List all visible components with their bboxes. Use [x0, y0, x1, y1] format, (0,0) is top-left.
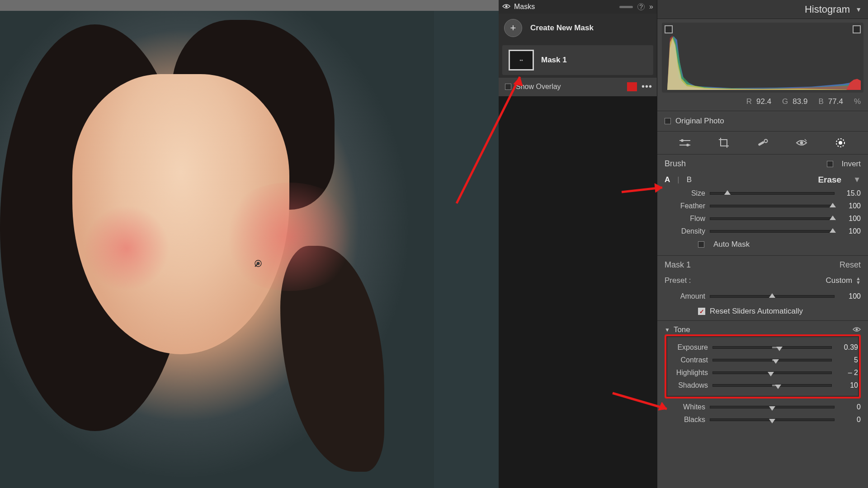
- mask-more-menu-icon[interactable]: •••: [642, 81, 652, 92]
- brush-disclosure-icon[interactable]: ▼: [853, 175, 861, 184]
- histogram-title: Histogram: [805, 4, 850, 15]
- blacks-slider[interactable]: [710, 418, 835, 421]
- g-label: G: [782, 97, 788, 106]
- masks-panel: Masks ? » + Create New Mask •• Mask 1 Sh…: [499, 0, 657, 96]
- preset-value: Custom: [826, 276, 853, 285]
- size-slider[interactable]: [710, 192, 835, 195]
- amount-label: Amount: [665, 292, 705, 300]
- shadows-slider[interactable]: [712, 384, 832, 387]
- help-icon[interactable]: ?: [637, 3, 645, 10]
- svg-marker-4: [667, 36, 861, 90]
- mask-pin-icon[interactable]: [253, 258, 263, 270]
- density-slider[interactable]: [710, 230, 835, 233]
- image-viewport[interactable]: [0, 0, 499, 488]
- histogram-chart[interactable]: [662, 23, 863, 93]
- amount-slider[interactable]: [710, 295, 835, 298]
- tone-section: ▼ Tone Exposure 0.39 Contrast 5 Highligh…: [657, 321, 868, 433]
- masks-panel-title: Masks: [514, 3, 615, 11]
- svg-point-2: [257, 262, 260, 265]
- tone-highlight-box: Exposure 0.39 Contrast 5 Highlights – 2 …: [665, 334, 861, 399]
- preset-label: Preset :: [665, 276, 691, 285]
- mask1-title: Mask 1: [665, 260, 691, 270]
- automask-label: Auto Mask: [713, 240, 750, 249]
- invert-label: Invert: [841, 160, 861, 169]
- reset-auto-label: Reset Sliders Automatically: [710, 307, 803, 316]
- tone-visibility-icon[interactable]: [853, 325, 861, 334]
- shadows-value[interactable]: 10: [836, 381, 858, 389]
- density-value[interactable]: 100: [839, 227, 861, 235]
- flow-slider[interactable]: [710, 217, 835, 220]
- create-new-mask-label: Create New Mask: [530, 23, 594, 33]
- whites-slider[interactable]: [710, 406, 835, 408]
- brush-b-tab[interactable]: B: [687, 175, 692, 184]
- svg-point-19: [839, 141, 842, 145]
- original-photo-checkbox[interactable]: [665, 118, 671, 124]
- size-value[interactable]: 15.0: [839, 189, 861, 197]
- mask-thumbnail: ••: [509, 50, 534, 70]
- feather-label: Feather: [665, 202, 705, 210]
- automask-checkbox[interactable]: [698, 241, 704, 248]
- brush-a-tab[interactable]: A: [665, 175, 670, 184]
- svg-marker-5: [667, 37, 861, 90]
- contrast-slider[interactable]: [712, 359, 832, 361]
- dropdown-arrows-icon: ▲▼: [856, 277, 861, 285]
- preset-dropdown[interactable]: Custom ▲▼: [826, 276, 861, 285]
- highlights-label: Highlights: [667, 369, 708, 377]
- pct-label: %: [854, 97, 861, 106]
- svg-point-20: [856, 328, 858, 331]
- contrast-value[interactable]: 5: [836, 356, 858, 364]
- feather-value[interactable]: 100: [839, 202, 861, 210]
- svg-line-23: [622, 188, 662, 192]
- create-new-mask-button[interactable]: + Create New Mask: [499, 14, 657, 42]
- size-label: Size: [665, 189, 705, 197]
- panel-grip-icon[interactable]: [619, 6, 633, 8]
- plus-icon: +: [504, 19, 522, 37]
- highlights-value[interactable]: – 2: [836, 369, 858, 377]
- shadows-label: Shadows: [667, 381, 708, 389]
- brush-title: Brush: [665, 159, 686, 169]
- portrait-photo: [0, 11, 434, 488]
- original-photo-label: Original Photo: [675, 117, 724, 126]
- overlay-color-swatch[interactable]: [627, 82, 637, 91]
- whites-value[interactable]: 0: [839, 403, 861, 411]
- develop-right-panel: Histogram ▼ R 92.4 G 83.9 B 77.4 % Origi…: [657, 0, 868, 488]
- tone-title: Tone: [674, 325, 690, 334]
- mask-list-item[interactable]: •• Mask 1: [502, 45, 653, 75]
- redeye-tool-icon[interactable]: [794, 137, 809, 149]
- rgb-readout: R 92.4 G 83.9 B 77.4 %: [657, 95, 868, 111]
- blacks-value[interactable]: 0: [839, 416, 861, 424]
- exposure-value[interactable]: 0.39: [836, 343, 858, 352]
- exposure-slider[interactable]: [712, 346, 832, 349]
- amount-value[interactable]: 100: [839, 292, 861, 300]
- b-label: B: [818, 97, 823, 106]
- invert-checkbox[interactable]: [827, 161, 833, 167]
- shadow-clipping-icon[interactable]: [665, 25, 673, 33]
- flow-value[interactable]: 100: [839, 215, 861, 223]
- collapse-triangle-icon[interactable]: ▼: [855, 6, 862, 13]
- edit-sliders-icon[interactable]: [678, 137, 692, 149]
- erase-tab[interactable]: Erase: [818, 175, 841, 185]
- reset-auto-checkbox[interactable]: [698, 308, 705, 315]
- b-value: 77.4: [828, 97, 843, 106]
- masking-tool-icon[interactable]: [833, 137, 848, 149]
- mask-adjust-section: Mask 1 Reset Preset : Custom ▲▼ Amount 1…: [657, 256, 868, 321]
- highlight-clipping-icon[interactable]: [853, 25, 861, 33]
- density-label: Density: [665, 227, 705, 235]
- tone-disclosure-icon[interactable]: ▼: [665, 327, 670, 333]
- svg-point-15: [764, 140, 768, 143]
- mask-reset-button[interactable]: Reset: [840, 260, 861, 270]
- whites-label: Whites: [665, 403, 705, 411]
- collapse-panel-icon[interactable]: »: [649, 3, 653, 11]
- healing-tool-icon[interactable]: [755, 137, 770, 149]
- crop-tool-icon[interactable]: [717, 137, 731, 149]
- highlights-slider[interactable]: [712, 371, 832, 374]
- mask-item-label: Mask 1: [541, 56, 567, 65]
- masks-visibility-toggle-icon[interactable]: [502, 3, 510, 11]
- svg-marker-7: [667, 37, 861, 90]
- svg-line-17: [805, 139, 807, 141]
- histogram-header[interactable]: Histogram ▼: [657, 0, 868, 19]
- exposure-label: Exposure: [667, 343, 708, 352]
- svg-point-12: [681, 139, 684, 142]
- show-overlay-checkbox[interactable]: [505, 84, 511, 90]
- feather-slider[interactable]: [710, 205, 835, 207]
